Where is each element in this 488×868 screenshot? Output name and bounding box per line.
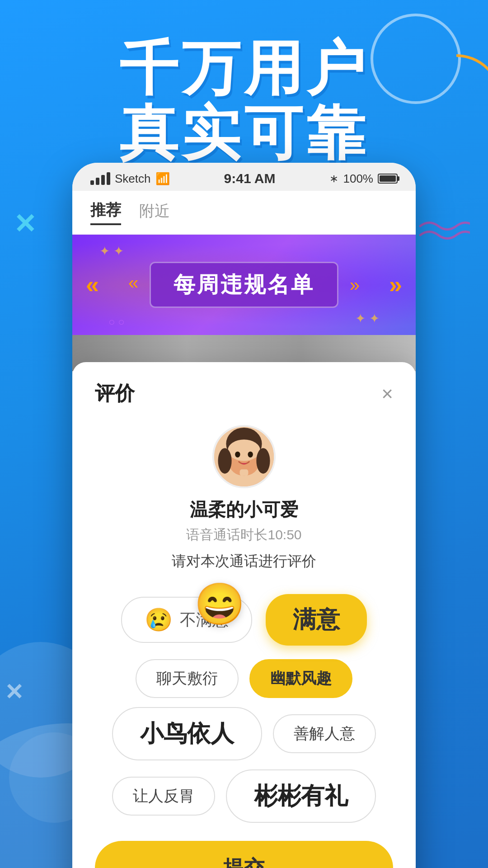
battery-icon [378,174,398,184]
banner-dot-br: ✦ ✦ [355,311,380,326]
tag-row-2: 小鸟依人 善解人意 [95,707,393,760]
svg-point-4 [235,452,240,458]
banner-title-box: 每周违规名单 [150,262,338,308]
svg-rect-8 [240,469,249,476]
tab-nearby[interactable]: 附近 [139,201,170,224]
user-name: 温柔的小可爱 [190,497,298,522]
banner-circle-bl: ○ ○ [108,316,125,328]
phone-mockup: Sketch 📶 9:41 AM ∗ 100% 推荐 附近 ✦ ✦ ✦ ✦ ○ … [72,163,416,868]
tag-chat-perfunctory[interactable]: 聊天敷衍 [136,659,239,698]
signal-icon [90,172,110,185]
battery-fill [380,175,396,182]
banner-arrow-left: « [86,271,99,298]
rating-modal: 评价 × [72,362,416,868]
avatar-image [214,425,274,488]
svg-point-3 [228,439,260,461]
tag-understanding[interactable]: 善解人意 [273,714,376,753]
avatar-area: 温柔的小可爱 语音通话时长10:50 请对本次通话进行评价 [95,416,393,594]
signal-bar-3 [101,175,105,185]
svg-point-7 [256,448,270,474]
battery-text: 100% [343,172,373,186]
banner-title: 每周违规名单 [174,273,314,297]
modal-header: 评价 × [95,362,393,416]
tag-rows: 聊天敷衍 幽默风趣 小鸟依人 善解人意 让人反胃 彬彬有礼 [95,659,393,823]
tag-nauseating[interactable]: 让人反胃 [112,777,215,816]
signal-bar-4 [107,172,110,185]
banner-arrow-right: » [389,271,402,298]
hero-section: 千万用户 真实可靠 [0,36,488,165]
hero-title: 千万用户 真实可靠 [0,36,488,165]
btn-satisfied[interactable]: 满意 [266,594,367,646]
banner: ✦ ✦ ✦ ✦ ○ ○ 每周违规名单 « » [72,235,416,335]
tag-row-3: 让人反胃 彬彬有礼 [95,769,393,823]
wifi-icon: 📶 [155,172,170,186]
modal-title: 评价 [95,380,135,407]
status-left: Sketch 📶 [90,172,170,186]
tab-recommend[interactable]: 推荐 [90,200,121,225]
status-time: 9:41 AM [224,171,276,186]
status-bar: Sketch 📶 9:41 AM ∗ 100% [72,163,416,191]
rating-prompt: 请对本次通话进行评价 [172,552,316,571]
signal-bar-2 [96,178,99,185]
svg-point-5 [248,452,253,458]
carrier-label: Sketch [115,172,151,186]
avatar [212,425,276,488]
bluetooth-icon: ∗ [329,172,338,185]
tag-birdie[interactable]: 小鸟依人 [112,707,262,760]
modal-close-button[interactable]: × [381,382,393,405]
status-right: ∗ 100% [329,172,398,186]
rating-buttons: 😢 不满意 😄 满意 [95,594,393,646]
submit-button[interactable]: 提交 [95,841,393,868]
tag-polite[interactable]: 彬彬有礼 [226,769,376,823]
app-content: 推荐 附近 ✦ ✦ ✦ ✦ ○ ○ 每周违规名单 « » 评价 × [72,191,416,868]
emoji-satisfied-big: 😄 [194,580,245,628]
tab-bar[interactable]: 推荐 附近 [72,191,416,235]
tag-row-1: 聊天敷衍 幽默风趣 [95,659,393,698]
signal-bar-1 [90,180,94,185]
call-duration: 语音通话时长10:50 [186,526,301,544]
banner-dot-tl: ✦ ✦ [99,244,124,259]
emoji-unsatisfied: 😢 [145,607,173,633]
svg-point-6 [218,448,231,474]
tag-humor[interactable]: 幽默风趣 [249,659,352,698]
